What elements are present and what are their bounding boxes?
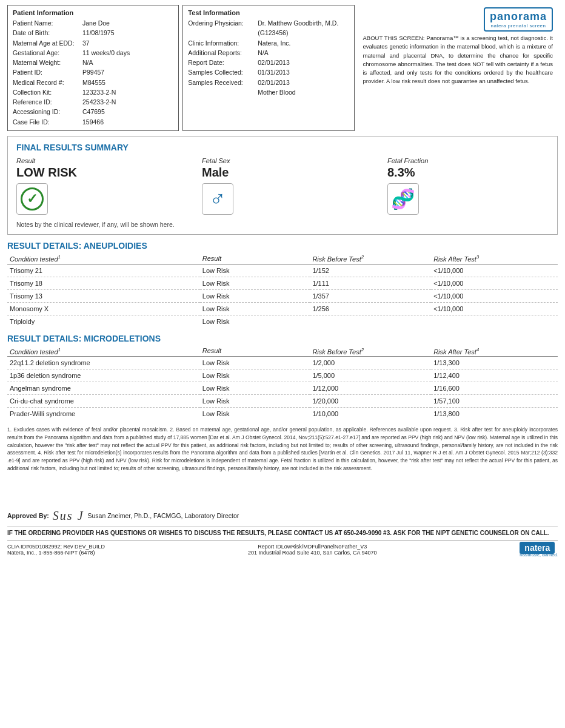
clinical-notes: Notes by the clinical reviewer, if any, … — [16, 221, 549, 228]
table-row: Trisomy 21 Low Risk 1/152 <1/10,000 — [7, 264, 558, 277]
logo-subtext: natera prenatal screen — [490, 23, 546, 29]
maternal-weight-row: Maternal Weight: N/A — [13, 58, 173, 67]
result-cell: Low Risk — [200, 302, 310, 315]
risk-before-cell: 1/152 — [310, 264, 431, 277]
risk-before-cell: 1/256 — [310, 302, 431, 315]
natera-footer-subtext: healthcare, clarified. — [520, 553, 558, 557]
microdeletions-tbody: 22q11.2 deletion syndrome Low Risk 1/2,0… — [7, 357, 558, 420]
natera-footer-logo: natera — [520, 542, 555, 554]
condition-cell: 1p36 deletion syndrome — [7, 369, 200, 382]
samples-received-row: Samples Received: 02/01/2013 — [188, 78, 349, 87]
main-page: Patient Information Patient Name: Jane D… — [0, 0, 565, 562]
ordering-physician-row: Ordering Physician: Dr. Matthew Goodbirt… — [188, 18, 349, 38]
natera-footer-logo-box: natera healthcare, clarified. — [520, 543, 558, 557]
result-cell: Low Risk — [200, 289, 310, 302]
patient-name-row: Patient Name: Jane Doe — [13, 18, 173, 28]
footer-left: CLIA ID#05D1082992; Rev DEV_BUILD Natera… — [7, 544, 105, 556]
risk-before-cell: 1/2,000 — [310, 357, 431, 369]
fetal-fraction-value: 8.3% — [387, 166, 549, 180]
risk-before-cell: 1/5,000 — [310, 369, 431, 382]
result-value: LOW RISK — [16, 166, 178, 180]
patient-id-row: Patient ID: P99457 — [13, 67, 173, 77]
samples-received-value: 02/01/2013 — [258, 78, 290, 87]
micro-col-condition: Condition tested1 — [7, 346, 200, 357]
micro-col-risk-after: Risk After Test4 — [431, 346, 558, 357]
fetal-sex-value: Male — [202, 166, 363, 180]
risk-after-cell: 1/16,600 — [431, 382, 558, 395]
male-symbol-icon: ♂ — [210, 186, 226, 212]
clinic-info-row: Clinic Information: Natera, Inc. — [188, 38, 349, 48]
gestational-age-row: Gestational Age: 11 weeks/0 days — [13, 48, 173, 58]
risk-after-cell: <1/10,000 — [431, 277, 558, 289]
contact-line: IF THE ORDERING PROVIDER HAS QUESTIONS O… — [7, 527, 558, 536]
signature-image: Sus J — [53, 509, 84, 523]
table-row: 22q11.2 deletion syndrome Low Risk 1/2,0… — [7, 357, 558, 369]
reference-id-value: 254233-2-N — [82, 97, 116, 107]
case-file-id-value: 159466 — [82, 117, 104, 127]
risk-before-cell: 1/20,000 — [310, 395, 431, 408]
fetal-fraction-icon-box: 🧬 — [387, 183, 419, 215]
result-cell: Low Risk — [200, 408, 310, 420]
medical-record-row: Medical Record #: M84555 — [13, 78, 173, 87]
patient-name-label: Patient Name: — [13, 18, 82, 28]
clinic-info-value: Natera, Inc. — [258, 38, 290, 48]
risk-before-cell: 1/357 — [310, 289, 431, 302]
samples-collected-label: Samples Collected: — [188, 67, 258, 77]
risk-before-cell: 1/10,000 — [310, 408, 431, 420]
table-row: Angelman syndrome Low Risk 1/12,000 1/16… — [7, 382, 558, 395]
checkmark-icon: ✓ — [21, 187, 44, 211]
risk-before-cell: 1/12,000 — [310, 382, 431, 395]
condition-cell: Trisomy 13 — [7, 289, 200, 302]
collection-kit-row: Collection Kit: 123233-2-N — [13, 87, 173, 97]
dob-row: Date of Birth: 11/08/1975 — [13, 28, 173, 38]
test-info-title: Test Information — [188, 9, 349, 16]
patient-id-value: P99457 — [82, 67, 104, 77]
collection-kit-value: 123233-2-N — [82, 87, 116, 97]
maternal-weight-label: Maternal Weight: — [13, 58, 82, 67]
approver-name: Susan Zneimer, Ph.D., FACMGG, Laboratory… — [88, 512, 239, 519]
samples-collected-row: Samples Collected: 01/31/2013 — [188, 67, 349, 77]
clinic-info-label: Clinic Information: — [188, 38, 258, 48]
condition-cell: Cri-du-chat syndrome — [7, 395, 200, 408]
micro-col-result: Result — [200, 346, 310, 357]
dna-icon: 🧬 — [391, 187, 415, 211]
about-box: panorama natera prenatal screen ABOUT TH… — [358, 5, 558, 131]
report-date-row: Report Date: 02/01/2013 — [188, 58, 349, 67]
risk-after-cell: <1/10,000 — [431, 302, 558, 315]
signature-area: Approved By: Sus J Susan Zneimer, Ph.D.,… — [7, 509, 558, 536]
fetal-fraction-col: Fetal Fraction 8.3% 🧬 — [363, 157, 549, 215]
accessioning-id-value: C47695 — [82, 107, 105, 116]
result-label: Result — [16, 157, 178, 164]
table-row: 1p36 deletion syndrome Low Risk 1/5,000 … — [7, 369, 558, 382]
report-date-value: 02/01/2013 — [258, 58, 290, 67]
microdeletions-section: RESULT DETAILS: MICRODELETIONS Condition… — [7, 334, 558, 420]
accessioning-id-row: Accessioning ID: C47695 — [13, 107, 173, 116]
maternal-weight-value: N/A — [82, 58, 93, 67]
micro-header-row: Condition tested1 Result Risk Before Tes… — [7, 346, 558, 357]
about-text: ABOUT THIS SCREEN: Panorama™ is a screen… — [363, 34, 553, 86]
fetal-sex-icon-box: ♂ — [202, 183, 233, 215]
aneuploidies-header-row: Condition tested1 Result Risk Before Tes… — [7, 253, 558, 264]
table-row: Prader-Willi syndrome Low Risk 1/10,000 … — [7, 408, 558, 420]
header-section: Patient Information Patient Name: Jane D… — [7, 5, 558, 131]
case-file-id-row: Case File ID: 159466 — [13, 117, 173, 127]
footer-address: 201 Industrial Road Suite 410, San Carlo… — [248, 550, 377, 556]
table-row: Monosomy X Low Risk 1/256 <1/10,000 — [7, 302, 558, 315]
results-grid: Result LOW RISK ✓ Fetal Sex Male ♂ Fetal… — [16, 157, 549, 215]
risk-after-cell: 1/57,100 — [431, 395, 558, 408]
medical-record-value: M84555 — [82, 78, 105, 87]
final-results-section: FINAL RESULTS SUMMARY Result LOW RISK ✓ … — [7, 136, 558, 235]
condition-cell: Trisomy 18 — [7, 277, 200, 289]
aneu-col-condition: Condition tested1 — [7, 253, 200, 264]
patient-info-box: Patient Information Patient Name: Jane D… — [7, 5, 179, 131]
final-results-title: FINAL RESULTS SUMMARY — [16, 143, 549, 152]
aneuploidies-section: RESULT DETAILS: ANEUPLOIDIES Condition t… — [7, 241, 558, 328]
risk-after-cell: <1/10,000 — [431, 289, 558, 302]
reference-id-label: Reference ID: — [13, 97, 82, 107]
footer-natera-contact: Natera, Inc., 1-855-866-NIPT (6478) — [7, 550, 105, 556]
test-info-box: Test Information Ordering Physician: Dr.… — [182, 5, 354, 131]
dob-label: Date of Birth: — [13, 28, 82, 38]
logo-name: panorama — [490, 10, 547, 23]
condition-cell: Prader-Willi syndrome — [7, 408, 200, 420]
samples-collected-value: 01/31/2013 — [258, 67, 290, 77]
